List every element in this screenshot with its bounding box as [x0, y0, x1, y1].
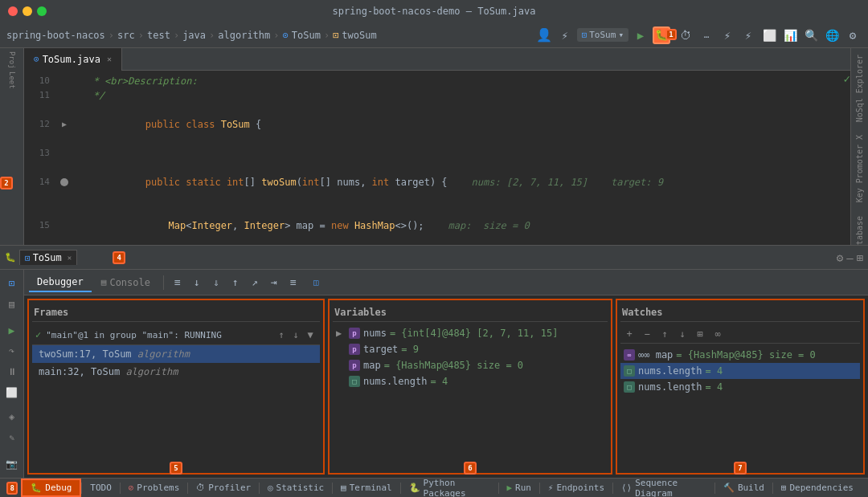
top-toolbar: spring-boot-nacos › src › test › java › …	[0, 22, 868, 48]
user-icon[interactable]: 👤	[535, 26, 553, 44]
maximize-button[interactable]	[37, 6, 47, 16]
close-button[interactable]	[8, 6, 18, 16]
tab-tosum[interactable]: ⊙ ToSum.java ✕	[24, 48, 122, 71]
status-endpoints-item[interactable]: ⚡ Endpoints	[540, 479, 612, 497]
expand-icon[interactable]: ▶	[62, 117, 67, 132]
sidebar-right-keypromoter[interactable]: Key Promoter X	[854, 128, 866, 209]
run-config-selector[interactable]: ⊡ ToSum ▾	[577, 28, 628, 42]
var-item-nums[interactable]: ▶ p nums = {int[4]@484} [2, 7, 11, 15]	[333, 325, 608, 341]
debugger-tab-btn[interactable]: ⊡	[3, 275, 21, 292]
frames-btn[interactable]: ≡	[285, 274, 302, 291]
debug-settings-btn[interactable]: ⚙	[837, 251, 843, 264]
status-python-label: Python Packages	[424, 478, 490, 498]
camera-btn[interactable]: 📷	[3, 455, 21, 473]
performance2-button[interactable]: ⚡	[739, 26, 757, 44]
restore-layout-btn[interactable]: ◫	[307, 274, 325, 291]
status-seqdiag-item[interactable]: ⟨⟩ Sequence Diagram	[613, 479, 714, 497]
frame-filter-btn[interactable]: ▼	[304, 328, 317, 341]
var-name-map: map	[363, 360, 381, 371]
status-run-item[interactable]: ▶ Run	[498, 479, 539, 497]
breadcrumb-java[interactable]: java	[182, 30, 206, 41]
stop-button[interactable]: ⬜	[760, 26, 778, 44]
coverage-button[interactable]: ⏱	[677, 26, 694, 44]
debug-tab-close[interactable]: ✕	[68, 254, 72, 262]
debug-minimize-btn[interactable]: —	[846, 251, 853, 264]
leetcode-icon[interactable]: Leet	[3, 71, 21, 89]
tab-close-icon[interactable]: ✕	[107, 55, 112, 63]
camera-icon: 📷	[6, 458, 18, 470]
breadcrumb-tosum[interactable]: ToSum	[292, 30, 321, 41]
status-problems-item[interactable]: ⊘ Problems	[121, 479, 188, 497]
breakpoint-14[interactable]	[60, 178, 68, 186]
step-into-btn[interactable]: ↓	[188, 274, 206, 291]
minimize-button[interactable]	[23, 6, 32, 16]
frame-up-btn[interactable]: ↑	[275, 328, 288, 341]
console-tab-btn[interactable]: ▤	[3, 295, 21, 313]
pause-btn[interactable]: ⏸	[3, 363, 21, 381]
sidebar-right-database[interactable]: Database	[854, 210, 866, 245]
debug-tab-tosum[interactable]: ⊡ ToSum ✕	[19, 250, 77, 265]
pause-icon: ⏸	[7, 366, 17, 377]
vcs-icon[interactable]: ⚡	[556, 26, 574, 44]
step-into-force-btn[interactable]: ⇓	[207, 274, 225, 291]
step-over-btn[interactable]: ↷	[3, 342, 21, 360]
watch-remove-btn[interactable]: −	[640, 327, 654, 341]
frame-item-main[interactable]: main:32, ToSum algorithm	[32, 363, 320, 381]
frames-running-item[interactable]: ✓ "main"@1 in group "main": RUNNING ↑ ↓ …	[32, 325, 320, 345]
code-editor[interactable]: 10 * <br>Description: 11 */ 12 ▶ publ	[24, 71, 850, 245]
layout-button[interactable]: 📊	[781, 26, 799, 44]
debug-layout-btn[interactable]: ⊞	[857, 251, 863, 264]
status-debug-item[interactable]: 🐛 Debug	[21, 479, 81, 497]
var-item-map[interactable]: p map = {HashMap@485} size = 0	[333, 357, 608, 373]
breadcrumb-sep: ›	[138, 30, 144, 41]
status-python-item[interactable]: 🐍 Python Packages	[401, 479, 498, 497]
line-num-10: 10	[24, 74, 56, 88]
var-expand-map	[336, 360, 346, 371]
run-button[interactable]: ▶	[632, 26, 649, 44]
status-endpoints-icon: ⚡	[548, 483, 554, 493]
pen-btn[interactable]: ✎	[3, 429, 21, 446]
network-button[interactable]: 🌐	[823, 26, 841, 44]
step-over-toolbar-btn[interactable]: ≡	[169, 274, 186, 291]
status-todo-item[interactable]: TODO	[82, 479, 120, 497]
step-out-btn[interactable]: ↑	[227, 274, 244, 291]
watch-copy-btn[interactable]: ⊞	[693, 327, 707, 341]
watch-item-map[interactable]: ∞ ∞∞ map = {HashMap@485} size = 0	[620, 347, 860, 363]
watch-icon-len2: □	[624, 381, 635, 393]
watch-item-numslength1[interactable]: □ nums.length = 4	[620, 363, 860, 379]
breadcrumb-algorithm[interactable]: algorithm	[218, 30, 270, 41]
watch-add-btn[interactable]: +	[622, 327, 637, 341]
search-button[interactable]: 🔍	[802, 26, 820, 44]
watch-up-btn[interactable]: ↑	[657, 327, 672, 341]
watch-down-btn[interactable]: ↓	[675, 327, 690, 341]
stop-debug-btn[interactable]: ⬜	[3, 384, 21, 401]
breadcrumb-twosum[interactable]: twoSum	[342, 30, 376, 41]
mute-bp-btn[interactable]: ◈	[3, 408, 21, 426]
status-terminal-item[interactable]: ▤ Terminal	[333, 479, 400, 497]
watch-item-numslength2[interactable]: □ nums.length = 4	[620, 379, 860, 395]
eval-expr-btn[interactable]: ⇥	[265, 274, 283, 291]
profiler-button[interactable]: …	[698, 26, 715, 44]
console-label[interactable]: ▤ Console	[93, 274, 158, 291]
sidebar-right-nosql[interactable]: NoSql Explorer	[854, 48, 866, 128]
code-line-10: 10 * <br>Description:	[24, 74, 850, 88]
var-item-numslength[interactable]: □ nums.length = 4	[333, 373, 608, 389]
frame-down-btn[interactable]: ↓	[289, 328, 302, 341]
watch-infinity-btn[interactable]: ∞	[710, 327, 725, 341]
frame-algo-italic: algorithm	[137, 348, 190, 360]
status-build-item[interactable]: 🔨 Build	[715, 479, 772, 497]
performance-button[interactable]: ⚡	[719, 26, 736, 44]
settings-button[interactable]: ⚙	[844, 26, 862, 44]
breadcrumb-src[interactable]: src	[117, 30, 135, 41]
status-statistic-item[interactable]: ◎ Statistic	[260, 479, 332, 497]
frame-item-twosum[interactable]: twoSum:17, ToSum algorithm	[32, 345, 320, 363]
project-icon[interactable]: Proj	[3, 51, 21, 69]
run-cursor-btn[interactable]: ↗	[246, 274, 264, 291]
breadcrumb-project[interactable]: spring-boot-nacos	[6, 30, 105, 41]
status-deps-item[interactable]: ⊞ Dependencies	[773, 479, 862, 497]
var-item-target[interactable]: p target = 9	[333, 341, 608, 357]
status-profiler-item[interactable]: ⏱ Profiler	[188, 479, 259, 497]
resume-btn[interactable]: ▶	[3, 321, 21, 339]
breadcrumb-test[interactable]: test	[147, 30, 170, 41]
debugger-label[interactable]: Debugger	[29, 273, 92, 292]
